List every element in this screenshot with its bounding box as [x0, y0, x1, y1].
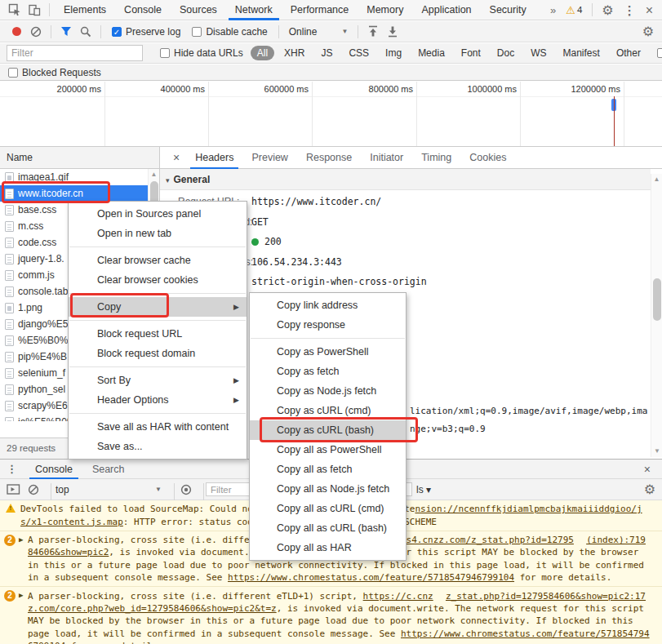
type-pill-all[interactable]: All [251, 46, 274, 60]
tab-elements[interactable]: Elements [55, 0, 115, 20]
menu-item-clear-browser-cache[interactable]: Clear browser cache [69, 251, 247, 270]
tab-security[interactable]: Security [481, 0, 535, 20]
submenu-item-copy-link-address[interactable]: Copy link address [250, 295, 406, 315]
console-sidebar-icon[interactable] [7, 479, 20, 500]
general-section-header[interactable]: ▾General [160, 169, 651, 190]
tab-application[interactable]: Application [412, 0, 480, 20]
details-tab-headers[interactable]: Headers [186, 147, 242, 169]
expand-caret-icon[interactable]: ▶ [19, 591, 23, 599]
network-settings-gear-icon[interactable]: ⚙ [642, 25, 662, 38]
submenu-item-copy-all-as-curl-bash[interactable]: Copy all as cURL (bash) [250, 518, 406, 538]
drawer-tab-console[interactable]: Console [25, 460, 82, 479]
tab-performance[interactable]: Performance [282, 0, 358, 20]
network-filter-input[interactable] [7, 45, 143, 61]
close-devtools-icon[interactable]: × [642, 4, 657, 16]
close-drawer-icon[interactable]: × [644, 463, 662, 476]
type-pill-manifest[interactable]: Manifest [557, 46, 606, 60]
drawer-tab-search[interactable]: Search [82, 460, 135, 479]
disable-cache-checkbox[interactable]: Disable cache [192, 26, 267, 38]
scroll-up-icon[interactable]: ▲ [651, 174, 662, 185]
tab-sources[interactable]: Sources [171, 0, 226, 20]
more-options-icon[interactable]: ⋮ [618, 4, 642, 16]
menu-item-header-options[interactable]: Header Options▶ [69, 390, 247, 410]
submenu-item-copy-as-node-js-fetch[interactable]: Copy as Node.js fetch [250, 381, 406, 401]
type-pill-other[interactable]: Other [610, 46, 647, 60]
submenu-item-copy-all-as-har[interactable]: Copy all as HAR [250, 538, 406, 557]
blocked-requests-checkbox[interactable]: Blocked Requests [8, 67, 101, 78]
tab-console[interactable]: Console [115, 0, 171, 20]
details-scrollbar[interactable]: ▲ ▼ [651, 174, 662, 457]
message-link[interactable]: https://c.cnz [363, 591, 433, 602]
message-link[interactable]: s/x1-content.js.map [20, 517, 123, 527]
log-levels-dropdown[interactable]: ls ▾ [416, 479, 431, 500]
menu-item-sort-by[interactable]: Sort By▶ [69, 371, 247, 390]
expand-caret-icon[interactable]: ▶ [19, 535, 23, 544]
type-pill-css[interactable]: CSS [342, 46, 375, 60]
menu-item-clear-browser-cookies[interactable]: Clear browser cookies [69, 270, 247, 290]
submenu-item-copy-as-fetch[interactable]: Copy as fetch [250, 362, 406, 381]
details-tab-preview[interactable]: Preview [242, 147, 296, 169]
drawer-menu-icon[interactable]: ⋮ [7, 463, 17, 475]
details-tab-timing[interactable]: Timing [412, 147, 460, 169]
submenu-item-copy-all-as-powershell[interactable]: Copy all as PowerShell [250, 440, 406, 460]
record-network-log-icon[interactable] [7, 23, 26, 41]
settings-gear-icon[interactable]: ⚙ [598, 4, 617, 16]
type-pill-img[interactable]: Img [379, 46, 408, 60]
live-expression-eye-icon[interactable] [180, 479, 193, 500]
import-har-icon[interactable] [363, 23, 383, 41]
timeline-gridline [208, 82, 209, 146]
tab-memory[interactable]: Memory [358, 0, 412, 20]
execution-context-dropdown[interactable]: top [56, 479, 69, 500]
clear-console-icon[interactable] [28, 479, 39, 500]
message-link[interactable]: nsion://ncennffkjdiamlpmcbajkmaiiiddgioo… [415, 504, 642, 514]
details-tab-response[interactable]: Response [297, 147, 361, 169]
scrollbar-thumb[interactable] [653, 278, 661, 321]
network-overview-timeline[interactable]: 200000 ms400000 ms600000 ms800000 ms1000… [0, 82, 662, 147]
menu-item-block-request-url[interactable]: Block request URL [69, 324, 247, 344]
clear-network-log-icon[interactable] [26, 23, 46, 41]
scroll-up-icon[interactable]: ▲ [149, 169, 159, 180]
menu-item-save-all-as-har-with-content[interactable]: Save all as HAR with content [69, 417, 247, 437]
source-location-link[interactable]: z_stat.php?id=1279584606&show=pic2:17 [446, 591, 646, 602]
message-link[interactable]: https://www.chromestatus.com/feature/571… [228, 572, 514, 583]
submenu-item-copy-all-as-fetch[interactable]: Copy all as fetch [250, 460, 406, 479]
scroll-down-icon[interactable]: ▼ [651, 446, 662, 457]
issues-badge[interactable]: ⚠ 4 [566, 4, 582, 16]
type-pill-xhr[interactable]: XHR [278, 46, 311, 60]
message-link[interactable]: z.com/core.php?web_id=1279584606&show=pi… [28, 603, 277, 614]
message-link[interactable]: 6799104 [28, 641, 65, 644]
throttling-dropdown[interactable]: Online ▼ [289, 26, 349, 38]
source-location-link[interactable]: (index):719 [586, 535, 646, 545]
menu-item-open-in-sources-panel[interactable]: Open in Sources panel [69, 204, 247, 224]
submenu-item-copy-all-as-curl-cmd[interactable]: Copy all as cURL (cmd) [250, 499, 406, 518]
menu-item-open-in-new-tab[interactable]: Open in new tab [69, 224, 247, 243]
type-pill-font[interactable]: Font [455, 46, 487, 60]
tab-network[interactable]: Network [226, 0, 282, 20]
menu-item-block-request-domain[interactable]: Block request domain [69, 344, 247, 363]
details-tab-cookies[interactable]: Cookies [460, 147, 515, 169]
type-pill-js[interactable]: JS [314, 46, 339, 60]
name-column-header[interactable]: Name [0, 147, 159, 169]
filter-funnel-icon[interactable] [56, 23, 76, 41]
submenu-item-copy-all-as-node-js-fetch[interactable]: Copy all as Node.js fetch [250, 479, 406, 499]
more-tabs-icon[interactable]: » [545, 4, 561, 16]
hide-data-urls-checkbox[interactable]: Hide data URLs [160, 47, 243, 59]
device-toolbar-icon[interactable] [24, 1, 44, 19]
menu-item-save-as[interactable]: Save as... [69, 437, 247, 456]
message-link[interactable]: 84606&show=pic2 [28, 547, 109, 557]
search-icon[interactable] [76, 23, 96, 41]
type-pill-media[interactable]: Media [411, 46, 451, 60]
has-blocked-cookies-checkbox[interactable]: Has blocked cookies [657, 47, 662, 59]
message-link[interactable]: https://www.chromestatus.com/feature/571… [401, 628, 650, 639]
close-details-icon[interactable]: × [167, 151, 186, 164]
type-pill-ws[interactable]: WS [524, 46, 553, 60]
export-har-icon[interactable] [383, 23, 402, 41]
details-tab-initiator[interactable]: Initiator [361, 147, 412, 169]
type-pill-doc[interactable]: Doc [491, 46, 521, 60]
preserve-log-checkbox[interactable]: ✓ Preserve log [112, 26, 180, 38]
general-entry-value: GET [251, 216, 269, 228]
submenu-item-copy-as-powershell[interactable]: Copy as PowerShell [250, 342, 406, 362]
inspect-element-icon[interactable] [5, 1, 24, 19]
submenu-item-copy-response[interactable]: Copy response [250, 315, 406, 335]
console-settings-gear-icon[interactable]: ⚙ [644, 479, 655, 500]
